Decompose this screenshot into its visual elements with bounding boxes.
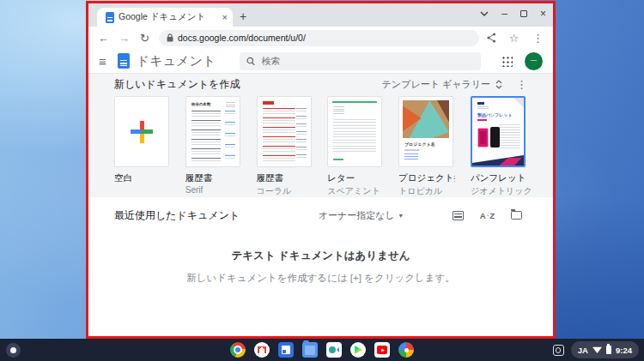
browser-menu-icon[interactable]: ⋮ (532, 32, 544, 45)
status-pill[interactable]: JA 9:24 (571, 341, 639, 358)
template-project-proposal[interactable]: プロジェクト名 プロジェクト提案... トロピカル (398, 96, 455, 197)
browser-toolbar: ← → ↻ docs.google.com/document/u/0/ ☆ ⋮ (88, 27, 553, 49)
template-brochure-geometric[interactable]: 製品パンフレット パンフレット ジオメトリック (471, 96, 527, 197)
empty-state: テキスト ドキュメントはありません 新しいドキュメントを作成するには [+] を… (114, 249, 527, 285)
list-view-icon[interactable] (453, 211, 464, 220)
window-controls: – × (480, 3, 546, 24)
template-cards: 空白 自分の名前 履歴書 Serif 履歴書 コーラル (114, 96, 527, 197)
url-text: docs.google.com/document/u/0/ (178, 33, 306, 43)
updown-chevron-icon (495, 80, 502, 89)
browser-window: Google ドキュメント × + – × ← → ↻ docs.google.… (86, 1, 556, 339)
share-icon[interactable] (487, 33, 496, 43)
view-controls: A↓Z (453, 211, 522, 220)
battery-icon (606, 346, 611, 354)
template-resume-serif[interactable]: 自分の名前 履歴書 Serif (185, 96, 241, 197)
recent-section-title: 最近使用したドキュメント (114, 208, 319, 223)
youtube-icon[interactable] (374, 342, 390, 358)
forward-icon[interactable]: → (118, 32, 131, 45)
tab-close-icon[interactable]: × (222, 12, 228, 22)
search-box[interactable] (240, 52, 481, 70)
apps-grid-icon[interactable] (501, 56, 513, 67)
reload-icon[interactable]: ↻ (138, 32, 151, 45)
dropdown-arrow-icon: ▾ (399, 212, 403, 220)
close-button[interactable]: × (540, 9, 546, 19)
folder-picker-icon[interactable] (511, 211, 522, 220)
clock: 9:24 (616, 346, 632, 355)
new-tab-button[interactable]: + (240, 9, 246, 24)
docs-header: ≡ ドキュメント 一 (88, 49, 553, 74)
browser-tab[interactable]: Google ドキュメント × (97, 8, 233, 27)
hamburger-menu-icon[interactable]: ≡ (99, 54, 114, 69)
shelf-apps (230, 342, 414, 358)
minimize-button[interactable]: – (501, 9, 507, 19)
launcher-button[interactable] (6, 343, 21, 358)
maximize-button[interactable] (520, 10, 527, 17)
template-resume-serif-thumbnail[interactable]: 自分の名前 (185, 96, 240, 167)
empty-state-hint: 新しいドキュメントを作成するには [+] をクリックします。 (114, 272, 527, 285)
app-window-icon[interactable] (278, 342, 294, 358)
app-name: ドキュメント (137, 53, 216, 69)
template-resume-coral-thumbnail[interactable] (257, 96, 312, 167)
toolbar-actions: ☆ ⋮ (487, 32, 544, 45)
plus-icon (131, 121, 153, 143)
bookmark-star-icon[interactable]: ☆ (507, 32, 520, 45)
template-gallery-button[interactable]: テンプレート ギャラリー (382, 78, 502, 91)
template-project-thumbnail[interactable]: プロジェクト名 (398, 96, 453, 167)
template-section: 新しいドキュメントを作成 テンプレート ギャラリー ⋮ 空白 自分の名前 (88, 74, 553, 197)
template-letter-spearmint[interactable]: レター スペアミント (327, 96, 383, 197)
notification-icon[interactable] (553, 345, 564, 356)
back-icon[interactable]: ← (97, 32, 110, 45)
owner-filter-dropdown[interactable]: オーナー指定なし ▾ (319, 209, 403, 222)
files-icon[interactable] (302, 342, 318, 358)
avatar[interactable]: 一 (525, 52, 543, 70)
lock-icon (167, 33, 173, 42)
template-letter-thumbnail[interactable] (327, 96, 382, 167)
template-section-title: 新しいドキュメントを作成 (114, 77, 382, 92)
template-resume-coral[interactable]: 履歴書 コーラル (257, 96, 313, 197)
chrome-icon[interactable] (230, 342, 246, 358)
wifi-icon (592, 346, 602, 353)
photos-icon[interactable] (398, 342, 414, 358)
ime-indicator: JA (578, 346, 588, 355)
template-options-icon[interactable]: ⋮ (516, 78, 527, 91)
template-blank[interactable]: 空白 (114, 96, 170, 197)
docs-favicon-icon (106, 12, 114, 23)
system-tray[interactable]: JA 9:24 (553, 341, 639, 358)
tab-title: Google ドキュメント (118, 11, 218, 23)
empty-state-title: テキスト ドキュメントはありません (114, 249, 527, 263)
template-blank-thumbnail[interactable] (114, 96, 169, 167)
url-bar[interactable]: docs.google.com/document/u/0/ (159, 30, 479, 46)
sort-az-icon[interactable]: A↓Z (480, 211, 495, 220)
docs-logo-icon[interactable] (118, 53, 130, 69)
recent-section: 最近使用したドキュメント オーナー指定なし ▾ A↓Z テキスト ドキュメントは… (88, 197, 553, 336)
chevron-down-icon[interactable] (480, 11, 489, 16)
camera-icon[interactable] (326, 342, 342, 358)
chromeos-shelf: JA 9:24 (0, 339, 644, 361)
search-icon (246, 57, 255, 66)
search-input[interactable] (261, 56, 474, 66)
template-brochure-thumbnail[interactable]: 製品パンフレット (471, 96, 526, 167)
tab-strip: Google ドキュメント × + – × (88, 3, 553, 27)
play-store-icon[interactable] (350, 342, 366, 358)
gmail-icon[interactable] (254, 342, 270, 358)
